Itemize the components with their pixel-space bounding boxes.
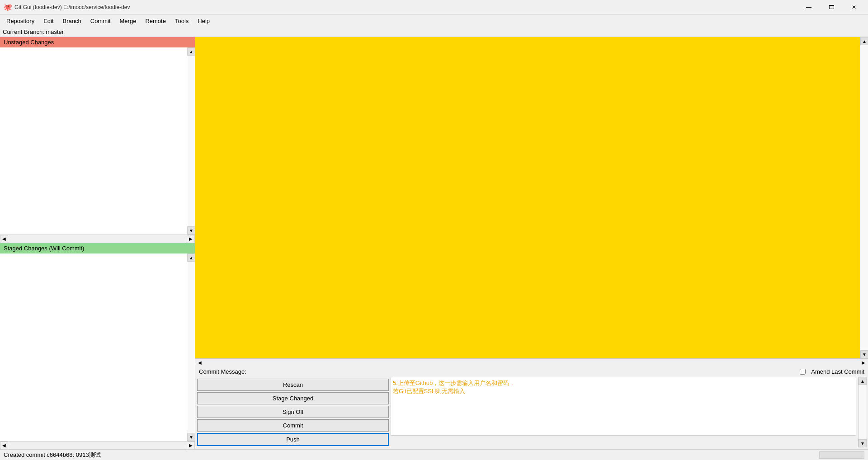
menubar: Repository Edit Branch Commit Merge Remo… — [0, 14, 868, 27]
menu-repository[interactable]: Repository — [2, 16, 39, 26]
staged-section: Staged Changes (Will Commit) ▲ ▼ ◀ ▶ — [0, 243, 195, 449]
unstaged-header: Unstaged Changes — [0, 37, 195, 47]
unstaged-scroll-down[interactable]: ▼ — [187, 226, 195, 235]
commit-button[interactable]: Commit — [197, 419, 389, 432]
rescan-button[interactable]: Rescan — [197, 379, 389, 391]
amend-last-commit-label[interactable]: Amend Last Commit — [811, 368, 864, 375]
staged-vscroll[interactable]: ▲ ▼ — [187, 253, 195, 441]
branch-bar: Current Branch: master — [0, 27, 868, 37]
commit-message-input[interactable] — [391, 377, 856, 436]
minimize-button[interactable]: — — [798, 0, 819, 14]
current-branch-label: Current Branch: master — [3, 28, 64, 35]
diff-view: ▲ ▼ — [195, 37, 868, 358]
action-buttons: Rescan Stage Changed Sign Off Commit Pus… — [195, 377, 391, 449]
commit-textarea-vscroll[interactable]: ▲ ▼ — [858, 377, 866, 447]
app-icon: 🐙 — [4, 3, 12, 11]
menu-branch[interactable]: Branch — [58, 16, 86, 26]
staged-scroll-left[interactable]: ◀ — [0, 441, 8, 450]
diff-hscroll-left[interactable]: ◀ — [195, 359, 204, 367]
unstaged-vscroll[interactable]: ▲ ▼ — [187, 47, 195, 235]
bottom-section: Commit Message: Amend Last Commit Rescan… — [195, 366, 868, 449]
main-content: Unstaged Changes ▲ ▼ ◀ ▶ Staged Changes … — [0, 37, 868, 449]
unstaged-file-list[interactable]: ▲ ▼ — [0, 47, 195, 235]
unstaged-scroll-right[interactable]: ▶ — [187, 235, 195, 243]
titlebar: 🐙 Git Gui (foodie-dev) E:/imooc/service/… — [0, 0, 868, 14]
staged-file-list[interactable]: ▲ ▼ — [0, 253, 195, 441]
diff-hscroll-right[interactable]: ▶ — [859, 359, 868, 367]
diff-scroll-track[interactable] — [860, 45, 868, 350]
menu-merge[interactable]: Merge — [115, 16, 141, 26]
bottom-content: Rescan Stage Changed Sign Off Commit Pus… — [195, 377, 868, 449]
staged-hscroll[interactable]: ◀ ▶ — [0, 441, 195, 449]
unstaged-hscroll[interactable]: ◀ ▶ — [0, 235, 195, 243]
unstaged-section: Unstaged Changes ▲ ▼ ◀ ▶ — [0, 37, 195, 243]
sign-off-button[interactable]: Sign Off — [197, 406, 389, 418]
diff-content — [195, 37, 868, 358]
window-controls: — 🗖 ✕ — [798, 0, 864, 14]
diff-hscroll[interactable]: ◀ ▶ — [195, 358, 868, 366]
staged-scroll-up[interactable]: ▲ — [187, 253, 195, 262]
right-panel: ▲ ▼ ◀ ▶ Commit Message: Amend Last Commi… — [195, 37, 868, 449]
staged-scroll-down[interactable]: ▼ — [187, 433, 195, 441]
commit-message-label-row: Commit Message: Amend Last Commit — [195, 366, 868, 377]
commit-textarea-scroll-down[interactable]: ▼ — [859, 439, 867, 447]
diff-vscroll[interactable]: ▲ ▼ — [860, 37, 868, 358]
diff-scroll-down[interactable]: ▼ — [860, 350, 868, 358]
unstaged-scroll-track[interactable] — [187, 56, 195, 226]
close-button[interactable]: ✕ — [844, 0, 864, 14]
window-title: Git Gui (foodie-dev) E:/imooc/service/fo… — [14, 4, 798, 10]
commit-textarea-scroll-track[interactable] — [859, 385, 866, 439]
statusbar: Created commit c6644b68: 0913测试 — [0, 449, 868, 460]
left-panel: Unstaged Changes ▲ ▼ ◀ ▶ Staged Changes … — [0, 37, 195, 449]
status-text: Created commit c6644b68: 0913测试 — [4, 451, 101, 459]
statusbar-widget — [819, 451, 864, 459]
menu-commit[interactable]: Commit — [86, 16, 115, 26]
menu-help[interactable]: Help — [193, 16, 214, 26]
staged-scroll-track[interactable] — [187, 262, 195, 433]
unstaged-scroll-up[interactable]: ▲ — [187, 47, 195, 56]
diff-scroll-up[interactable]: ▲ — [860, 37, 868, 45]
push-button[interactable]: Push — [197, 433, 389, 446]
staged-header: Staged Changes (Will Commit) — [0, 243, 195, 253]
commit-message-label: Commit Message: — [199, 368, 246, 375]
staged-scroll-right[interactable]: ▶ — [187, 441, 195, 450]
menu-edit[interactable]: Edit — [39, 16, 58, 26]
stage-changed-button[interactable]: Stage Changed — [197, 392, 389, 404]
commit-textarea-scroll-up[interactable]: ▲ — [859, 377, 867, 385]
maximize-button[interactable]: 🗖 — [821, 0, 842, 14]
commit-textarea-container: ▲ ▼ — [391, 377, 866, 447]
menu-tools[interactable]: Tools — [170, 16, 193, 26]
menu-remote[interactable]: Remote — [141, 16, 170, 26]
amend-last-commit-checkbox[interactable] — [800, 369, 806, 375]
unstaged-scroll-left[interactable]: ◀ — [0, 235, 8, 243]
